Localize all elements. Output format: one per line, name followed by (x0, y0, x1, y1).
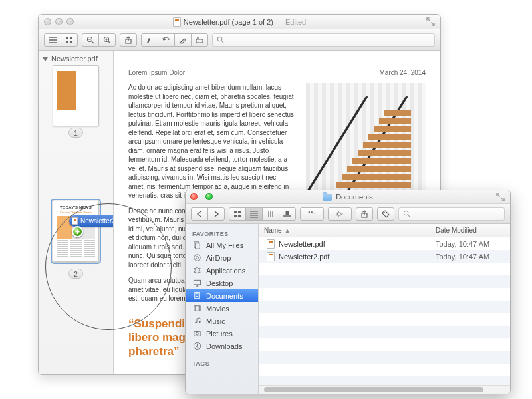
sidebar-item-downloads[interactable]: Downloads (186, 340, 258, 352)
page-number-2: 2 (68, 269, 83, 279)
svg-rect-3 (70, 41, 72, 43)
view-thumbnails-button[interactable] (61, 33, 78, 47)
svg-rect-12 (238, 215, 241, 217)
zoom-out-button[interactable] (82, 33, 99, 47)
arrange-button[interactable] (300, 207, 324, 221)
share-button[interactable] (120, 33, 137, 47)
search-icon (217, 36, 224, 43)
close-button[interactable] (190, 193, 198, 200)
svg-point-16 (337, 212, 340, 215)
icon-view-button[interactable] (229, 207, 246, 221)
page-thumbnail-1[interactable] (53, 65, 99, 126)
zoom-in-button[interactable] (98, 33, 116, 47)
doc-image (306, 83, 426, 196)
file-name: Newsletter.pdf (279, 240, 325, 248)
document-icon (72, 217, 78, 225)
all-files-icon (192, 241, 201, 249)
svg-point-18 (384, 212, 385, 213)
sidebar-item-label: Downloads (206, 342, 242, 350)
share-button[interactable] (356, 207, 373, 221)
sidebar-item-label: Documents (206, 292, 243, 300)
sidebar-item-label: Music (206, 317, 225, 325)
fullscreen-icon[interactable] (496, 193, 505, 201)
tags-button[interactable] (377, 207, 394, 221)
column-view-button[interactable] (262, 207, 279, 221)
thumb2-subheading: Curabitur Vulputate Viverra Pede (57, 211, 95, 213)
applications-icon (192, 266, 201, 275)
coverflow-view-button[interactable] (279, 207, 296, 221)
file-date: Today, 10:47 AM (430, 253, 510, 261)
markup-button[interactable] (174, 33, 192, 47)
zoom-button[interactable] (205, 193, 213, 200)
sidebar-item-movies[interactable]: Movies (186, 302, 258, 315)
finder-toolbar (186, 204, 510, 224)
desktop-icon (192, 279, 201, 287)
folder-icon (323, 194, 332, 201)
copy-plus-icon (72, 226, 83, 237)
back-button[interactable] (191, 207, 208, 221)
column-date[interactable]: Date Modified (430, 224, 510, 237)
airdrop-icon (192, 253, 201, 262)
document-icon (267, 239, 275, 249)
sidebar-item-applications[interactable]: Applications (186, 264, 258, 277)
sidebar-title[interactable]: Newsletter.pdf (43, 55, 109, 63)
file-name: Newsletter2.pdf (279, 253, 329, 261)
sidebar-title-label: Newsletter.pdf (51, 55, 98, 63)
edit-toolbar-button[interactable] (191, 33, 208, 47)
sidebar-item-desktop[interactable]: Desktop (186, 277, 258, 289)
sort-asc-icon: ▲ (285, 227, 291, 234)
svg-point-22 (194, 255, 200, 261)
action-button[interactable] (328, 207, 352, 221)
sidebar-item-all-my-files[interactable]: All My Files (186, 239, 258, 251)
list-header[interactable]: Name ▲ Date Modified (259, 224, 510, 237)
file-row[interactable]: Newsletter2.pdf Today, 10:47 AM (259, 250, 510, 263)
window-title-suffix: — Edited (276, 18, 306, 26)
column-date-label: Date Modified (436, 227, 477, 234)
sidebar-item-label: Applications (206, 267, 245, 275)
minimize-button[interactable] (55, 18, 63, 25)
svg-rect-24 (194, 280, 200, 285)
zoom-button[interactable] (66, 18, 74, 25)
document-proxy-icon[interactable] (173, 17, 181, 27)
doc-paragraph-1: Ac dolor ac adipiscing amet bibendum nul… (128, 83, 294, 200)
drag-item-badge[interactable]: Newsletter2.pdf (69, 215, 114, 227)
sidebar-item-music[interactable]: Music (186, 315, 258, 327)
highlight-button[interactable] (141, 33, 158, 47)
column-name[interactable]: Name ▲ (259, 224, 430, 237)
movies-icon (192, 304, 201, 313)
file-date: Today, 10:47 AM (430, 240, 510, 248)
fullscreen-icon[interactable] (426, 17, 435, 26)
svg-rect-2 (66, 41, 68, 43)
sidebar-item-documents[interactable]: Documents (186, 289, 258, 302)
svg-rect-0 (66, 37, 68, 39)
sidebar-item-label: All My Files (206, 241, 243, 249)
search-field[interactable] (212, 33, 435, 47)
list-view-button[interactable] (245, 207, 263, 221)
svg-rect-29 (196, 331, 198, 332)
preview-titlebar[interactable]: Newsletter.pdf (page 1 of 2) — Edited (39, 15, 440, 29)
documents-icon (192, 291, 201, 300)
disclosure-triangle-icon[interactable] (43, 57, 48, 61)
file-row[interactable]: Newsletter.pdf Today, 10:47 AM (259, 237, 510, 250)
sidebar-item-pictures[interactable]: Pictures (186, 327, 258, 340)
svg-rect-13 (286, 211, 289, 215)
svg-rect-7 (196, 39, 203, 43)
thumb2-heading: TODAY'S NEWS (57, 205, 95, 210)
doc-header-right: March 24, 2014 (380, 69, 426, 76)
forward-button[interactable] (207, 207, 225, 221)
rotate-button[interactable] (158, 33, 175, 47)
sidebar-item-airdrop[interactable]: AirDrop (186, 251, 258, 264)
scrollbar-thumb[interactable] (264, 387, 483, 392)
file-list[interactable]: Newsletter.pdf Today, 10:47 AM Newslette… (259, 237, 510, 385)
view-list-button[interactable] (44, 33, 61, 47)
sidebar-item-label: AirDrop (206, 254, 231, 262)
search-field[interactable] (398, 207, 505, 221)
pictures-icon (192, 329, 201, 338)
finder-sidebar: FAVORITES All My Files AirDrop Applicati… (186, 224, 259, 394)
close-button[interactable] (44, 18, 51, 25)
horizontal-scrollbar[interactable] (259, 385, 510, 394)
window-title: Newsletter.pdf (page 1 of 2) (184, 18, 273, 26)
svg-rect-21 (195, 243, 200, 249)
finder-titlebar[interactable]: Documents (186, 190, 510, 204)
search-icon (403, 210, 410, 217)
